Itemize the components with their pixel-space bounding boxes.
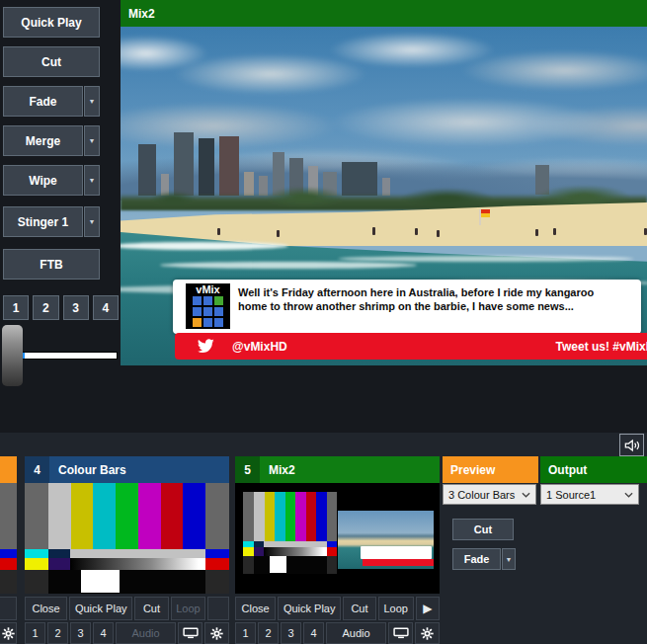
quick-play-button[interactable]: Quick Play xyxy=(3,7,100,38)
input-4-settings-button[interactable] xyxy=(204,622,229,644)
inputs-section: 4 Colour Bars Close Quick Play xyxy=(0,433,647,644)
overlay-4-button[interactable]: 4 xyxy=(93,295,119,320)
merge-button[interactable]: Merge xyxy=(3,125,83,156)
chevron-down-icon xyxy=(522,492,530,498)
mix-monitor-title: Mix2 xyxy=(128,7,155,21)
input-4-close-button[interactable]: Close xyxy=(25,597,67,620)
input-4-overlay-2-button[interactable]: 2 xyxy=(47,622,68,644)
input-3-button-edge[interactable] xyxy=(0,597,17,620)
input-5-overlay-2-button[interactable]: 2 xyxy=(258,622,279,644)
input-3-edge[interactable] xyxy=(0,456,17,644)
vmix-logo: vMix xyxy=(186,283,230,329)
social-overlay-box: vMix Well it's Friday afternoon here in … xyxy=(173,280,641,334)
preview-source-value: 3 Colour Bars xyxy=(448,489,522,501)
mix-monitor: Mix2 xyxy=(121,0,647,365)
wipe-dropdown-arrow-icon[interactable]: ▼ xyxy=(84,165,100,196)
social-overlay-bar: @vMixHD Tweet us! #vMixHD xyxy=(175,333,647,360)
vmix-logo-grid xyxy=(186,296,230,327)
vmix-app: Quick Play Cut Fade ▼ Merge ▼ Wipe ▼ Sti… xyxy=(0,0,647,644)
overlay-buttons: 1 2 3 4 xyxy=(3,295,119,320)
wipe-button[interactable]: Wipe xyxy=(3,165,83,196)
fade-dropdown-arrow-icon[interactable]: ▼ xyxy=(84,86,100,117)
input-4-number: 4 xyxy=(25,456,49,483)
input-5-overlay-4-button[interactable]: 4 xyxy=(303,622,324,644)
input-5-fullscreen-button[interactable] xyxy=(388,622,413,644)
input-3-thumbnail[interactable] xyxy=(0,483,17,594)
output-source-select[interactable]: 1 Source1 xyxy=(540,484,639,505)
input-4-thumbnail[interactable] xyxy=(25,483,229,594)
preview-source-select[interactable]: 3 Colour Bars xyxy=(443,484,536,505)
tbar-handle[interactable] xyxy=(2,325,23,386)
transition-sidebar: Quick Play Cut Fade ▼ Merge ▼ Wipe ▼ Sti… xyxy=(0,0,119,433)
input-5-settings-button[interactable] xyxy=(415,622,440,644)
tweet-message: Well it's Friday afternoon here in Austr… xyxy=(238,285,625,313)
input-5-play-button[interactable]: ▶ xyxy=(416,597,440,620)
input-4-cut-button[interactable]: Cut xyxy=(134,597,168,620)
input-4-tile: 4 Colour Bars Close Quick Play xyxy=(25,456,229,644)
gear-icon xyxy=(210,627,223,640)
merge-dropdown-arrow-icon[interactable]: ▼ xyxy=(84,125,100,156)
input-5-number: 5 xyxy=(235,456,260,483)
input-5-overlay-1-button[interactable]: 1 xyxy=(235,622,256,644)
stinger-button[interactable]: Stinger 1 xyxy=(3,206,83,237)
mixer-cut-button[interactable]: Cut xyxy=(452,519,514,540)
input-5-close-button[interactable]: Close xyxy=(235,597,276,620)
input-5-titlebar[interactable]: 5 Mix2 xyxy=(235,456,440,483)
monitor-icon xyxy=(393,627,409,639)
input-4-overlay-4-button[interactable]: 4 xyxy=(93,622,114,644)
stinger-dropdown-arrow-icon[interactable]: ▼ xyxy=(84,206,100,237)
gear-icon xyxy=(2,627,15,640)
input-4-titlebar[interactable]: 4 Colour Bars xyxy=(25,456,229,483)
transition-tbar xyxy=(0,325,119,404)
input-4-extra-button[interactable] xyxy=(207,597,229,620)
input-4-overlay-1-button[interactable]: 1 xyxy=(25,622,45,644)
input-3-settings-button[interactable] xyxy=(0,622,17,644)
input-4-audio-button[interactable]: Audio xyxy=(116,622,176,644)
input-5-loop-button[interactable]: Loop xyxy=(378,597,414,620)
chevron-down-icon xyxy=(624,492,633,498)
overlay-3-button[interactable]: 3 xyxy=(63,295,89,320)
master-audio-button[interactable] xyxy=(619,434,644,456)
mixer-fade-dropdown-arrow-icon[interactable]: ▼ xyxy=(502,548,516,570)
mixer-fade-button[interactable]: Fade xyxy=(452,548,501,570)
input-5-audio-button[interactable]: Audio xyxy=(326,622,386,644)
input-4-quickplay-button[interactable]: Quick Play xyxy=(69,597,132,620)
vmix-logo-text: vMix xyxy=(186,283,230,296)
output-source-value: 1 Source1 xyxy=(546,489,624,501)
cut-button[interactable]: Cut xyxy=(3,46,100,77)
input-5-name: Mix2 xyxy=(260,463,295,477)
smpte-bars xyxy=(25,483,229,594)
mini-smpte-bars xyxy=(243,492,337,574)
tweet-handle: @vMixHD xyxy=(232,340,287,354)
mix-monitor-video: vMix Well it's Friday afternoon here in … xyxy=(121,27,647,365)
overlay-2-button[interactable]: 2 xyxy=(33,295,58,320)
twitter-bird-icon xyxy=(196,339,215,355)
input-4-name: Colour Bars xyxy=(49,463,126,477)
monitor-icon xyxy=(183,627,199,639)
input-4-fullscreen-button[interactable] xyxy=(178,622,202,644)
input-5-quickplay-button[interactable]: Quick Play xyxy=(278,597,341,620)
input-5-tile: 5 Mix2 xyxy=(235,456,440,644)
overlay-1-button[interactable]: 1 xyxy=(3,295,29,320)
input-4-overlay-3-button[interactable]: 3 xyxy=(70,622,91,644)
input-5-cut-button[interactable]: Cut xyxy=(343,597,376,620)
gear-icon xyxy=(421,627,434,640)
play-icon: ▶ xyxy=(423,602,432,615)
fade-button[interactable]: Fade xyxy=(3,86,83,117)
tweet-cta: Tweet us! #vMixHD xyxy=(556,340,647,354)
input-4-loop-button[interactable]: Loop xyxy=(171,597,206,620)
mini-beach-preview xyxy=(338,511,434,569)
mix-monitor-titlebar: Mix2 xyxy=(121,0,647,27)
input-3-titlebar[interactable] xyxy=(0,456,17,483)
mixer-panel: Preview Output 3 Colour Bars 1 Source1 C… xyxy=(443,456,647,570)
input-5-overlay-3-button[interactable]: 3 xyxy=(281,622,301,644)
input-5-thumbnail[interactable] xyxy=(235,483,440,594)
speaker-icon xyxy=(623,439,640,452)
preview-header: Preview xyxy=(443,456,538,483)
ftb-button[interactable]: FTB xyxy=(3,249,100,280)
output-header: Output xyxy=(540,456,647,483)
